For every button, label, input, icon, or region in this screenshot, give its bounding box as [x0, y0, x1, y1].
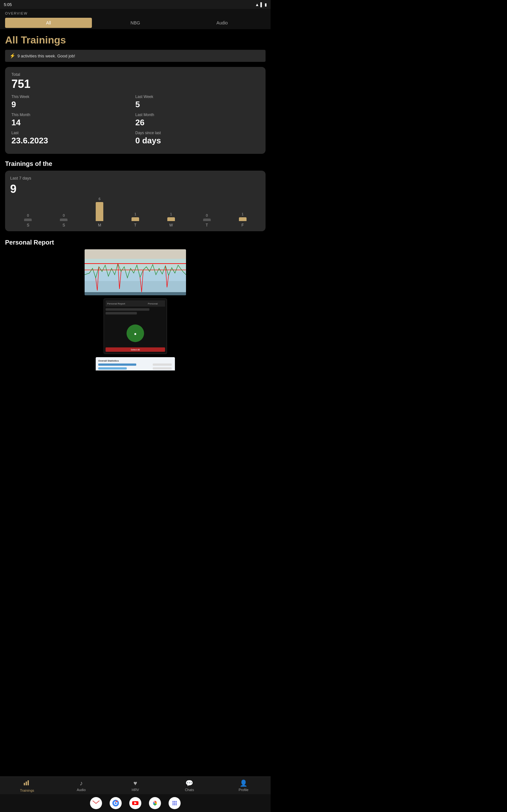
chart-bar [203, 218, 211, 221]
chart-bar-group: 1T [118, 212, 153, 227]
chart-bar [60, 218, 67, 221]
days-since-col: Days since last 0 days [135, 131, 259, 146]
last-month-col: Last Month 26 [135, 113, 259, 128]
tab-bar: All NBG Audio [5, 18, 266, 28]
svg-text:Personal: Personal [148, 302, 158, 305]
tab-nbg[interactable]: NBG [92, 18, 179, 28]
last-col: Last 23.6.2023 [11, 131, 135, 146]
main-content: All Trainings ⚡ 9 activities this week. … [0, 29, 271, 231]
scroll-area: OVERVIEW All NBG Audio All Trainings ⚡ 9… [0, 9, 271, 370]
svg-text:Personal Report: Personal Report [107, 302, 125, 305]
chart-bar-top-label: 0 [63, 213, 65, 217]
last-week-value: 5 [135, 100, 259, 109]
chart-bar-group: 0S [46, 213, 82, 227]
tab-all[interactable]: All [5, 18, 92, 28]
chart-bar-group: 6M [82, 197, 118, 227]
chart-card: Last 7 days 9 0S0S6M1T1W0T1F [5, 171, 266, 231]
last-week-col: Last Week 5 [135, 95, 259, 109]
svg-rect-24 [153, 367, 172, 369]
svg-rect-1 [84, 249, 186, 259]
chart-value: 9 [10, 183, 261, 196]
days-since-value: 0 days [135, 136, 259, 146]
report-images: Personal Report Personal ● Select All [5, 249, 266, 370]
chart-area: 0S0S6M1T1W0T1F [10, 199, 261, 227]
svg-text:●: ● [134, 331, 136, 336]
chart-bar [24, 218, 32, 221]
days-since-label: Days since last [135, 131, 259, 135]
top-nav: OVERVIEW All NBG Audio [0, 9, 271, 29]
bolt-icon: ⚡ [9, 53, 15, 59]
page-title: All Trainings [5, 34, 266, 46]
this-month-label: This Month [11, 113, 135, 117]
chart-bar [167, 217, 175, 221]
chart-day-label: T [206, 223, 208, 227]
last-month-value: 26 [135, 118, 259, 128]
chart-bar-group: 1W [153, 212, 189, 227]
total-value: 751 [11, 78, 259, 91]
svg-rect-20 [98, 367, 127, 369]
chart-day-label: F [241, 223, 244, 227]
report-image-1[interactable] [84, 249, 186, 295]
this-month-col: This Month 14 [11, 113, 135, 128]
battery-icon: ▮ [265, 2, 267, 7]
status-bar: 5:05 ▲ ▌ ▮ [0, 0, 271, 9]
svg-rect-3 [84, 271, 186, 281]
chart-bar-group: 0T [189, 213, 225, 227]
chart-day-label: M [98, 223, 101, 227]
chart-bar-top-label: 1 [170, 212, 172, 216]
svg-text:Select All: Select All [131, 349, 140, 351]
chart-bar [96, 202, 103, 221]
last-month-label: Last Month [135, 113, 259, 117]
svg-text:Overall Statistics: Overall Statistics [98, 359, 119, 362]
trainings-section-header: Trainings of the [5, 160, 266, 167]
activity-text: 9 activities this week. Good job! [17, 54, 75, 58]
overview-label: OVERVIEW [5, 11, 266, 15]
chart-bar-top-label: 0 [27, 213, 29, 217]
signal-icon: ▌ [261, 2, 263, 7]
chart-day-label: S [62, 223, 65, 227]
last-week-label: Last Week [135, 95, 259, 99]
tab-audio[interactable]: Audio [179, 18, 266, 28]
stats-row-month: This Month 14 Last Month 26 [11, 113, 259, 128]
activity-banner: ⚡ 9 activities this week. Good job! [5, 50, 266, 62]
svg-rect-11 [106, 308, 149, 311]
this-week-col: This Week 9 [11, 95, 135, 109]
stats-row-last: Last 23.6.2023 Days since last 0 days [11, 131, 259, 146]
stats-row-week: This Week 9 Last Week 5 [11, 95, 259, 109]
chart-bar-top-label: 1 [242, 212, 244, 216]
svg-rect-6 [84, 292, 186, 295]
chart-bar-top-label: 0 [206, 213, 208, 217]
chart-day-label: T [134, 223, 136, 227]
this-week-value: 9 [11, 100, 135, 109]
chart-subtitle: Last 7 days [10, 176, 261, 181]
last-value: 23.6.2023 [11, 136, 135, 146]
report-image-3[interactable]: Overall Statistics [96, 357, 175, 370]
chart-bar-group: 1F [225, 212, 261, 227]
chart-bar-top-label: 6 [99, 197, 101, 201]
chart-bar [239, 217, 246, 221]
chart-bar [131, 217, 139, 221]
last-label: Last [11, 131, 135, 135]
svg-rect-19 [98, 363, 136, 366]
chart-bar-group: 0S [10, 213, 46, 227]
status-icons: ▲ ▌ ▮ [255, 2, 267, 7]
wifi-icon: ▲ [255, 2, 259, 7]
svg-rect-12 [106, 312, 137, 315]
svg-rect-23 [153, 363, 172, 366]
personal-report-header: Personal Report [5, 239, 266, 246]
chart-day-label: S [26, 223, 29, 227]
chart-day-label: W [169, 223, 173, 227]
status-time: 5:05 [4, 2, 12, 7]
personal-report-section: Personal Report [0, 239, 271, 370]
this-month-value: 14 [11, 118, 135, 128]
report-image-2[interactable]: Personal Report Personal ● Select All [104, 299, 167, 354]
chart-bar-top-label: 1 [134, 212, 136, 216]
this-week-label: This Week [11, 95, 135, 99]
stats-card: Total 751 This Week 9 Last Week 5 This M… [5, 67, 266, 154]
total-label: Total [11, 72, 259, 77]
